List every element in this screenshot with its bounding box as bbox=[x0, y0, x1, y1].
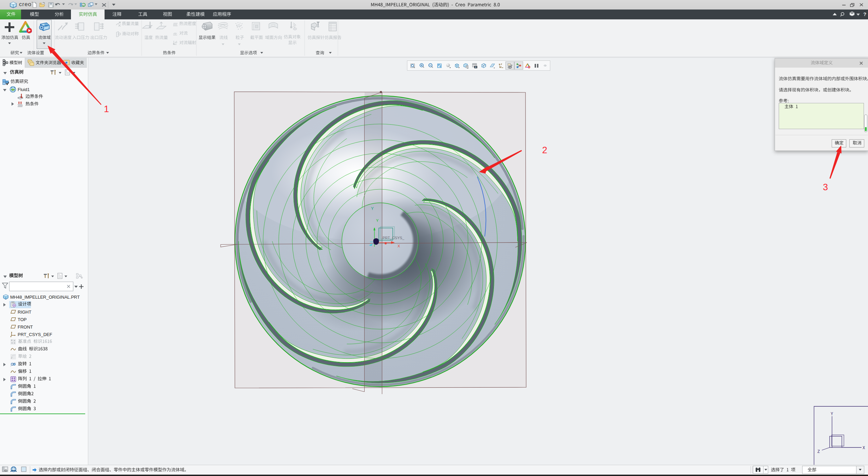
svg-text:Y: Y bbox=[831, 412, 833, 417]
svg-text:3: 3 bbox=[823, 182, 828, 192]
svg-text:1: 1 bbox=[104, 104, 109, 114]
svg-text:X: X bbox=[863, 446, 865, 451]
svg-text:?: ? bbox=[863, 11, 866, 17]
svg-text:Z: Z bbox=[817, 449, 820, 454]
